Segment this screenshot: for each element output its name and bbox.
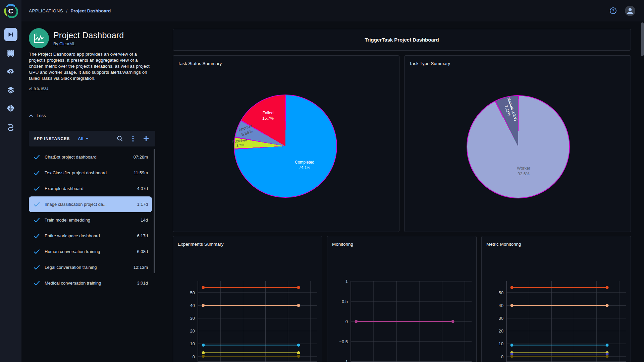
byline-clearml-link[interactable]: ClearML (59, 42, 75, 46)
svg-text:20: 20 (499, 328, 503, 334)
svg-text:30: 30 (499, 316, 503, 321)
svg-text:0: 0 (345, 319, 348, 324)
rail-item-datasets[interactable] (4, 83, 17, 97)
svg-text:40: 40 (499, 303, 503, 308)
app-header: Project Dashboard By ClearML (29, 28, 169, 48)
svg-text:30: 30 (190, 316, 195, 321)
instances-list-scrollbar[interactable] (154, 149, 155, 273)
instances-filter-dropdown[interactable]: All (78, 136, 89, 141)
instance-time: 3:01d (137, 281, 148, 286)
check-icon (34, 233, 40, 238)
brain-icon (6, 104, 15, 113)
instance-name: Train model embedding (45, 218, 90, 223)
pie-slice-label: Completed74.1% (295, 160, 314, 171)
instance-name: Entire workspace dashboard (45, 233, 100, 238)
app-instances-header: APP INSTANCES All (29, 131, 155, 146)
instance-row[interactable]: Legal conversation training12:13m (29, 259, 152, 275)
kebab-menu-icon[interactable] (132, 135, 134, 142)
panel-title-experiments: Experiments Summary (178, 242, 224, 247)
app-instances-title: APP INSTANCES (34, 136, 70, 141)
breadcrumb-current-page: Project Dashboard (70, 8, 111, 13)
instance-row[interactable]: Train model embedding14d (29, 212, 152, 228)
topbar-actions: ? (609, 0, 635, 21)
page-title: Project Dashboard (53, 31, 124, 40)
app-version: v1.9.0-1534 (29, 87, 169, 91)
experiments-summary-card: 01020304050 Experiments Summary (173, 236, 322, 362)
instance-name: TextClassifier project dashboard (45, 170, 107, 175)
rail-item-applications[interactable] (4, 28, 17, 41)
app-description: The Project Dashboard app provides an ov… (29, 51, 150, 81)
instance-name: Image classification project da... (45, 202, 107, 207)
cloud-gear-icon (6, 67, 15, 76)
filter-value: All (78, 136, 84, 141)
task-status-summary-card: Task Status Summary Completed74.1%Publis… (173, 55, 399, 232)
instance-time: 07:28m (133, 155, 148, 160)
instance-row[interactable]: Example dashboard4:07d (29, 181, 152, 196)
pie-slice-label: Manual (DEV)7.41% (501, 97, 518, 123)
instance-time: 1:17d (137, 202, 148, 207)
app-sidebar: Project Dashboard By ClearML The Project… (21, 21, 169, 362)
instance-time: 11:59m (134, 170, 148, 175)
instance-row[interactable]: ChatBot project dashboard07:28m (29, 149, 152, 165)
search-icon[interactable] (117, 135, 123, 142)
experiments-summary-chart: 01020304050 (173, 236, 322, 362)
task-type-pie-chart: Worker92.6%Manual (DEV)7.41% (467, 95, 570, 198)
sidebar-divider (29, 122, 155, 122)
pipeline-icon (6, 122, 15, 131)
project-dashboard-app-icon (29, 28, 49, 48)
rail-item-pipelines[interactable] (4, 120, 17, 133)
check-icon (34, 265, 40, 270)
app-byline: By ClearML (53, 42, 124, 46)
instance-name: Human conversation training (45, 249, 100, 254)
task-type-summary-card: Task Type Summary Worker92.6%Manual (DEV… (404, 55, 631, 232)
breadcrumb: APPLICATIONS / Project Dashboard (29, 0, 111, 21)
check-icon (34, 202, 40, 207)
instance-name: Medical conversation training (45, 281, 101, 286)
instance-time: 14d (141, 218, 148, 223)
page-scrollbar-thumb[interactable] (641, 22, 644, 56)
svg-text:?: ? (612, 9, 614, 13)
panel-title-task-status: Task Status Summary (178, 61, 222, 66)
app-instances-list: ChatBot project dashboard07:28mTextClass… (29, 149, 155, 291)
pie-slice-label: Failed16.7% (262, 111, 274, 121)
server-rack-icon (6, 49, 15, 57)
pie-charts-row: Task Status Summary Completed74.1%Publis… (173, 55, 631, 232)
instance-row[interactable]: TextClassifier project dashboard11:59m (29, 165, 152, 181)
instance-row[interactable]: Medical conversation training3:01d (29, 275, 152, 291)
left-icon-rail (0, 21, 21, 362)
metric-monitoring-chart: 01020304050 (482, 236, 631, 362)
pie-slice-label: Worker92.6% (517, 166, 530, 177)
instance-name: Example dashboard (45, 186, 84, 191)
layers-icon (6, 85, 15, 94)
clearml-logo-icon: C (3, 3, 18, 18)
help-icon[interactable]: ? (609, 7, 617, 14)
rail-item-autoscalers[interactable] (4, 65, 17, 78)
user-avatar-icon[interactable] (625, 6, 635, 16)
instance-time: 6:08d (137, 249, 148, 254)
breadcrumb-separator: / (66, 8, 67, 14)
less-label: Less (37, 113, 46, 118)
instance-row[interactable]: Entire workspace dashboard6:17d (29, 228, 152, 244)
svg-text:1: 1 (345, 279, 348, 284)
instances-actions (117, 135, 149, 142)
plus-icon[interactable] (143, 135, 149, 142)
collapse-less-toggle[interactable]: Less (29, 113, 52, 118)
instance-row[interactable]: Image classification project da...1:17d (29, 196, 152, 212)
line-charts-row: 01020304050 Experiments Summary 10.50−0.… (173, 236, 631, 362)
check-icon (34, 155, 40, 160)
svg-text:40: 40 (190, 303, 195, 308)
instance-row[interactable]: Human conversation training6:08d (29, 244, 152, 259)
svg-text:10: 10 (190, 341, 195, 346)
instance-time: 12:13m (133, 265, 148, 270)
breadcrumb-applications[interactable]: APPLICATIONS (29, 8, 63, 13)
panel-title-task-type: Task Type Summary (409, 61, 450, 66)
rail-item-models[interactable] (4, 102, 17, 115)
svg-text:50: 50 (190, 290, 195, 295)
rail-item-workers[interactable] (4, 46, 17, 60)
svg-text:C: C (8, 7, 13, 15)
instance-name: Legal conversation training (45, 265, 97, 270)
check-icon (34, 281, 40, 286)
svg-text:−0.5: −0.5 (339, 339, 348, 344)
dashboard-title-card: TriggerTask Project Dashboard (173, 29, 631, 51)
clearml-logo[interactable]: C (0, 0, 21, 21)
